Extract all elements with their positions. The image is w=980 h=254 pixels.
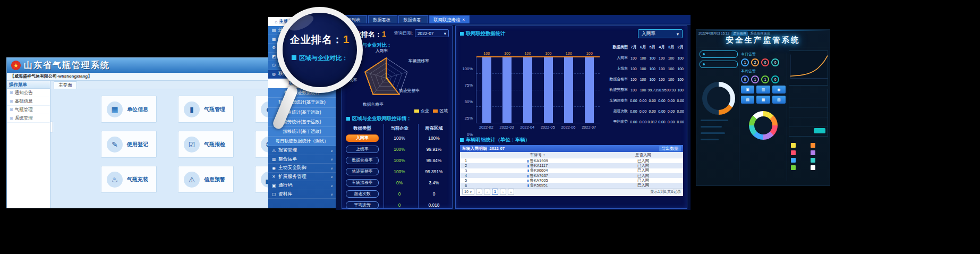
menu-item[interactable]: ⚠ 报警管理 ∨ [268,146,336,155]
chevron-down-icon: ∨ [331,192,333,196]
legend-swatch [791,165,796,170]
menu-icon: ▥ [272,157,278,162]
center-main-area: 车辆列表 数据看板 数据查看 联网联控考核 × 企业排名：1 查询日期: [336,15,691,210]
current-page[interactable]: 1 [492,189,498,195]
alarm-ring-stat: 0 [741,75,749,83]
next-page-button[interactable]: › [500,189,506,195]
function-card[interactable]: ✎ 使用登记 [101,131,157,158]
x-tick: 2022-04 [520,125,534,130]
document-tab[interactable]: 联网联控考核 × [429,15,470,23]
magnified-subtitle: 区域与企业对比： [283,54,357,62]
card-icon: ☑ [184,137,200,153]
shortcut-tile-button[interactable]: ▦ [756,96,770,104]
alarm-ring-stat: 1 [751,75,759,83]
sidebar-item[interactable]: ⊞系统管理 [7,114,50,123]
radar-axis-label: 入网率 [376,48,388,54]
month-cell: 100 [676,78,685,81]
sidebar-item[interactable]: ⊞基础信息 [7,97,50,106]
left-app-content: ▦ 单位信息 ▮ 气瓶管理 ☻ ✎ 使用登记 [50,89,271,208]
company-value: 0% [382,180,416,185]
shortcut-tile-button[interactable]: ◉ [772,86,786,94]
metric-button[interactable]: 平均疲劳 [346,201,379,209]
metric-button[interactable]: 数据合格率 [346,157,379,164]
left-app-title: 山东省气瓶管理系统 [24,60,110,71]
shortcut-tile-button[interactable]: ▤ [741,96,754,104]
metric-button[interactable]: 入网率 [346,134,379,142]
nav-pill-button[interactable] [700,61,738,68]
legend-swatch [811,143,815,148]
prev-page-button[interactable]: ‹ [484,189,490,195]
menu-item[interactable]: ▣ 通行码 ∨ [268,181,336,190]
tab-main-screen[interactable]: 主界面 [54,81,77,89]
expand-icon[interactable]: ⊞ [10,99,13,104]
week-alarm-label: 本周告警 [741,69,786,74]
menu-item[interactable]: ▥ 整合运单 ∨ [268,155,336,164]
alarm-ring-stat: 1 [741,58,749,66]
detail-row: 轨迹完整率 100% 99.391% [342,166,452,177]
metric-button[interactable]: 上线率 [346,146,379,153]
close-icon[interactable]: × [462,16,465,23]
bar-column: 100 [523,57,532,123]
month-cell: 超速次数 [604,108,629,114]
company-value: 0 [382,191,416,197]
expand-icon[interactable]: ⊞ [10,116,13,121]
alarm-ring-stat: 0 [771,58,779,66]
function-card[interactable]: ☑ 气瓶报检 [178,131,234,158]
shortcut-tile-button[interactable]: ▥ [756,86,770,94]
bar-value-label: 100 [483,51,490,56]
first-page-button[interactable]: « [476,189,482,195]
menu-item[interactable]: ◉ 主动安全防御 ∨ [268,164,336,173]
month-header-cell: 2月 [676,45,685,50]
function-card[interactable]: ♨ 气瓶充装 [101,166,157,193]
query-date-select[interactable]: 2022-07▾ [415,29,449,37]
expand-icon[interactable]: ⊞ [10,90,13,95]
table-row[interactable]: 6 ▮鲁K56951 已入网 [460,183,683,188]
bar-value-label: 100 [525,51,531,56]
nav-pill-button[interactable] [700,50,738,58]
status-column-header[interactable]: 是否入网 [603,153,683,158]
shortcut-tile-button[interactable]: ▣ [741,86,754,94]
table-row[interactable]: 1 ▮鲁KA1909 已入网 [460,158,683,163]
document-tab[interactable]: 数据查看 [398,15,428,23]
last-page-button[interactable]: » [508,189,514,195]
month-cell: 0.00 [667,99,676,103]
x-tick: 2022-07 [582,125,596,130]
metric-button[interactable]: 轨迹完整率 [346,168,379,175]
bar-column: 100 [564,57,573,123]
metric-button[interactable]: 超速次数 [346,190,379,198]
month-cell: 100 [647,56,657,60]
metric-select[interactable]: 入网率▾ [638,29,683,38]
table-row[interactable]: 2 ▮鲁KA1117 已入网 [460,163,683,168]
sidebar-item[interactable]: ⊞气瓶管理 [7,106,50,114]
menu-item[interactable]: ✕ 扩展服务管理 ∨ [268,173,336,182]
bar-column: 100 [585,57,594,123]
sidebar-item[interactable]: ⊞通知公告 [7,89,50,97]
shortcut-tile-button[interactable]: ▧ [772,96,786,104]
menu-item[interactable]: ▢ 资料库 ∨ [268,190,336,199]
menu-icon: ✕ [272,174,278,179]
month-cell: 车辆漂移率 [604,98,629,103]
table-row[interactable]: 4 ▮鲁KA7637 已入网 [460,173,683,178]
bullet-square-icon [460,138,464,142]
function-card[interactable]: ▦ 单位信息 [101,96,157,123]
submenu-item[interactable]: 每日轨迹数据统计（测试） [268,137,336,146]
expand-icon[interactable]: ⊞ [10,107,13,112]
document-tab[interactable]: 数据看板 [368,15,397,23]
detail-row: 上线率 100% 99.91% [342,143,452,155]
submenu-item[interactable]: 轨迹数据统计(基于运政) [268,98,336,107]
month-cell: 0.00 [638,109,648,113]
function-card[interactable]: ▮ 气瓶管理 [178,96,234,123]
plate-column-header[interactable]: 车牌号 ↕ [472,153,603,158]
table-row[interactable]: 5 ▮鲁KA7005 已入网 [460,178,683,183]
region-value: 99.84% [416,158,451,163]
month-cell: 100 [676,88,685,92]
metric-button[interactable]: 车辆漂移率 [346,179,379,187]
legend-swatch [791,158,796,163]
sidebar-splitter[interactable] [50,122,53,132]
function-card[interactable]: ⚠ 信息预警 [178,166,234,193]
export-button[interactable]: 导出数据 [659,146,681,151]
page-size-select[interactable]: 10 ∨ [462,189,474,195]
sort-icon[interactable]: ↕ [543,153,545,157]
month-cell: 100 [676,56,685,60]
table-row[interactable]: 3 ▮鲁K96604 已入网 [460,168,683,173]
